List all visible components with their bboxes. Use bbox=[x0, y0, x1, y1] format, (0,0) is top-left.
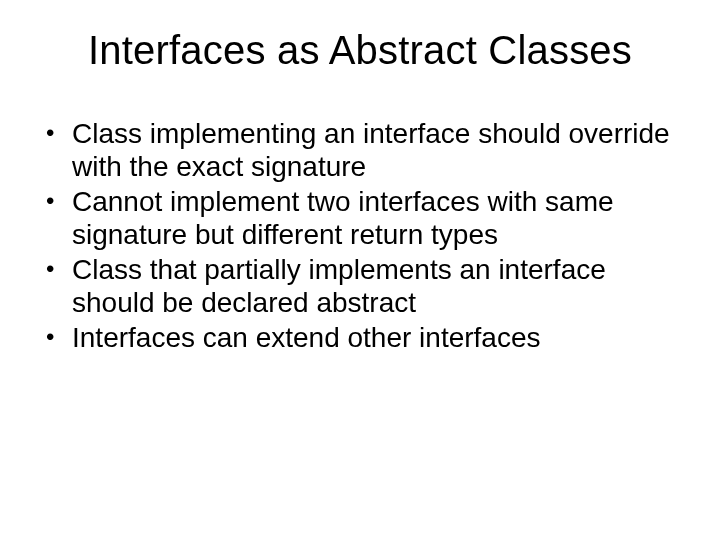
list-item: Class implementing an interface should o… bbox=[42, 117, 684, 183]
slide-title: Interfaces as Abstract Classes bbox=[36, 28, 684, 73]
list-item: Class that partially implements an inter… bbox=[42, 253, 684, 319]
list-item: Interfaces can extend other interfaces bbox=[42, 321, 684, 354]
list-item: Cannot implement two interfaces with sam… bbox=[42, 185, 684, 251]
slide: Interfaces as Abstract Classes Class imp… bbox=[0, 0, 720, 540]
bullet-list: Class implementing an interface should o… bbox=[36, 117, 684, 354]
